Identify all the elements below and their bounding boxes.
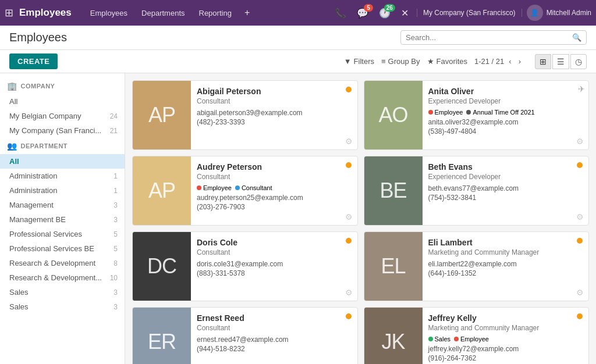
groupby-button[interactable]: ≡ Group By xyxy=(381,57,420,66)
search-icon[interactable]: 🔍 xyxy=(572,33,581,42)
user-avatar: 👤 xyxy=(527,5,543,21)
photo-initials: BE xyxy=(364,156,423,225)
star-icon: ★ xyxy=(427,57,434,66)
prev-page-button[interactable]: ‹ xyxy=(506,56,513,67)
gear-icon[interactable]: ⚙ xyxy=(576,137,584,146)
card-body: Jeffrey Kelly Marketing and Community Ma… xyxy=(423,308,589,364)
user-menu[interactable]: 👤 Mitchell Admin xyxy=(527,5,591,21)
grid-view-button[interactable]: ⊞ xyxy=(535,54,551,69)
gear-icon[interactable]: ⚙ xyxy=(345,137,353,146)
employee-phone: (538)-497-4804 xyxy=(428,127,583,135)
department-icon: 👥 xyxy=(7,141,17,151)
tag-dot xyxy=(235,185,240,190)
photo-initials: ER xyxy=(133,308,191,364)
employee-name: Ernest Reed xyxy=(197,313,352,323)
card-body: Doris Cole Consultant doris.cole31@examp… xyxy=(191,232,357,301)
tag-label: Employee xyxy=(460,336,489,342)
employee-card[interactable]: EL Eli Lambert Marketing and Community M… xyxy=(364,231,590,301)
app-name: Employees xyxy=(19,7,72,19)
sidebar: 🏢 COMPANY All My Belgian Company 24 My C… xyxy=(0,73,125,364)
employee-card[interactable]: DC Doris Cole Consultant doris.cole31@ex… xyxy=(132,231,358,301)
tag-label: Consultant xyxy=(242,184,272,191)
grid-icon[interactable]: ⊞ xyxy=(5,6,13,19)
employee-title: Consultant xyxy=(197,324,352,332)
filter-icon: ▼ xyxy=(344,57,352,66)
online-indicator xyxy=(577,238,583,244)
employee-card[interactable]: AO Anita Oliver Experienced Developer Em… xyxy=(364,80,590,150)
filters-button[interactable]: ▼ Filters xyxy=(344,57,374,66)
timer-icon[interactable]: 🕐26 xyxy=(375,5,394,21)
chat-icon[interactable]: 💬5 xyxy=(353,5,372,21)
employee-card[interactable]: BE Beth Evans Experienced Developer beth… xyxy=(364,156,590,226)
search-input[interactable] xyxy=(406,33,572,42)
employee-email: audrey.peterson25@example.com xyxy=(197,194,352,202)
page-title: Employees xyxy=(9,31,67,44)
sidebar-item-belgian-company[interactable]: My Belgian Company 24 xyxy=(0,109,125,123)
tag-dot xyxy=(428,337,433,341)
sidebar-item-san-francisco[interactable]: My Company (San Franci... 21 xyxy=(0,123,125,138)
dismiss-icon[interactable]: ✈ xyxy=(578,84,585,94)
employee-email: anita.oliver32@example.com xyxy=(428,118,583,126)
company-name[interactable]: My Company (San Francisco) xyxy=(417,9,522,17)
employee-phone: (883)-331-5378 xyxy=(197,269,352,277)
nav-reporting[interactable]: Reporting xyxy=(193,5,237,21)
company-icon: 🏢 xyxy=(7,81,17,91)
gear-icon[interactable]: ⚙ xyxy=(576,212,584,222)
card-tag: Sales xyxy=(428,336,451,342)
tag-label: Employee xyxy=(435,109,463,116)
employee-phone: (482)-233-3393 xyxy=(197,118,352,126)
employee-card[interactable]: AP Abigail Peterson Consultant abigail.p… xyxy=(132,80,358,150)
sidebar-item-administration-1[interactable]: Administration 1 xyxy=(0,169,125,183)
nav-plus-button[interactable]: + xyxy=(240,4,254,22)
employee-name: Doris Cole xyxy=(197,238,352,247)
favorites-button[interactable]: ★ Favorites xyxy=(427,57,467,66)
card-tag: Employee xyxy=(197,184,232,191)
department-header-label: DEPARTMENT xyxy=(21,142,68,149)
view-toggle: ⊞ ☰ ◷ xyxy=(535,54,587,69)
photo-initials: DC xyxy=(133,232,191,301)
list-view-button[interactable]: ☰ xyxy=(552,54,569,69)
online-indicator xyxy=(577,313,583,319)
sidebar-item-administration-2[interactable]: Administration 1 xyxy=(0,183,125,198)
sidebar-item-prof-services[interactable]: Professional Services 5 xyxy=(0,227,125,241)
gear-icon[interactable]: ⚙ xyxy=(345,288,353,297)
online-indicator xyxy=(346,313,352,319)
sidebar-item-management-be[interactable]: Management BE 3 xyxy=(0,212,125,227)
employee-card[interactable]: AP Audrey Peterson Consultant Employee C… xyxy=(132,156,358,226)
employee-photo: AP xyxy=(133,156,191,225)
search-bar: 🔍 xyxy=(400,30,587,45)
employee-content: AP Abigail Peterson Consultant abigail.p… xyxy=(125,73,596,364)
employee-card[interactable]: JK Jeffrey Kelly Marketing and Community… xyxy=(364,307,590,364)
nav-employees[interactable]: Employees xyxy=(84,5,133,21)
sidebar-item-sales-1[interactable]: Sales 3 xyxy=(0,285,125,299)
employee-name: Abigail Peterson xyxy=(197,87,352,96)
gear-icon[interactable]: ⚙ xyxy=(345,212,353,222)
create-button[interactable]: CREATE xyxy=(9,53,58,69)
employee-card[interactable]: ER Ernest Reed Consultant ernest.reed47@… xyxy=(132,307,358,364)
employee-title: Experienced Developer xyxy=(428,97,583,105)
sidebar-item-sales-2[interactable]: Sales 3 xyxy=(0,299,125,314)
tag-dot xyxy=(428,110,433,115)
employee-title: Experienced Developer xyxy=(428,173,583,181)
sidebar-item-dept-all[interactable]: All xyxy=(0,154,125,169)
phone-icon[interactable]: 📞 xyxy=(331,5,350,21)
sidebar-item-prof-services-be[interactable]: Professional Services BE 5 xyxy=(0,241,125,256)
activity-view-button[interactable]: ◷ xyxy=(570,54,587,69)
photo-initials: AO xyxy=(364,81,423,149)
employee-email: ernest.reed47@example.com xyxy=(197,336,352,344)
close-nav-icon[interactable]: ✕ xyxy=(398,5,412,21)
online-indicator xyxy=(346,87,352,92)
card-body: Eli Lambert Marketing and Community Mana… xyxy=(423,232,589,301)
next-page-button[interactable]: › xyxy=(516,56,523,67)
sidebar-item-company-all[interactable]: All xyxy=(0,94,125,109)
employee-email: doris.cole31@example.com xyxy=(197,260,352,268)
sidebar-item-rd-1[interactable]: Research & Development 8 xyxy=(0,256,125,270)
sidebar-item-management[interactable]: Management 3 xyxy=(0,198,125,212)
online-indicator xyxy=(577,162,583,168)
nav-departments[interactable]: Departments xyxy=(136,5,190,21)
employee-email: abigail.peterson39@example.com xyxy=(197,109,352,117)
sidebar-item-rd-2[interactable]: Research & Development... 10 xyxy=(0,270,125,285)
employee-photo: JK xyxy=(364,308,423,364)
gear-icon[interactable]: ⚙ xyxy=(576,288,584,297)
employee-name: Eli Lambert xyxy=(428,238,583,247)
